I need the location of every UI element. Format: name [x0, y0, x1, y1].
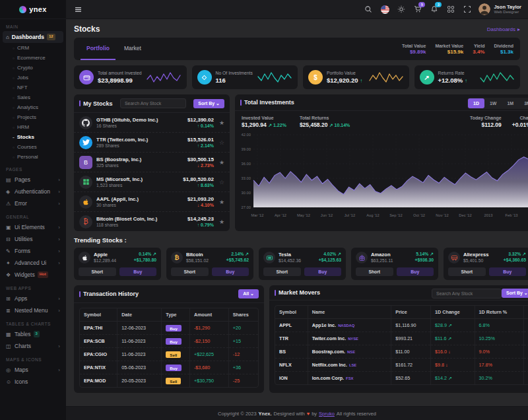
column-header[interactable]: Date	[117, 308, 162, 322]
table-row[interactable]: ION Ion.com Corp.FSX $52.65 $14.2 ↗ 30.2…	[275, 372, 528, 385]
range-button[interactable]: 1D	[468, 98, 484, 108]
sidebar-subitem[interactable]: ○ Personal	[0, 152, 66, 162]
column-header[interactable]: Symbol	[80, 308, 117, 322]
user-menu[interactable]: Json Taylor Web Designer	[478, 3, 521, 15]
sidebar-subitem[interactable]: – Stocks	[0, 132, 66, 142]
menu-toggle-icon[interactable]	[73, 4, 83, 15]
table-row[interactable]: EPA:MOD 20-05-2023 Sell +$30,750 -25	[80, 374, 258, 388]
short-button[interactable]: Short	[263, 267, 301, 276]
sidebar-item[interactable]: ◈ Authentication ›	[0, 186, 66, 197]
favorite-star-icon[interactable]: ★	[219, 120, 224, 126]
stock-list-item[interactable]: B ₿ Bitcoin (Bioset Coin, Inc.) 118 shar…	[74, 212, 230, 231]
column-header[interactable]: Type	[162, 308, 190, 322]
stock-list-item[interactable]: B ₿ TTR (Twiter.com, Inc.) 289 Shares	[74, 133, 230, 153]
favorite-star-icon[interactable]: ☆	[219, 179, 224, 186]
search-icon[interactable]	[363, 4, 374, 15]
stock-list-item[interactable]: B ₿ BS (Boostrap, Inc.) 325 shares	[74, 153, 230, 172]
column-header[interactable]: Name	[308, 306, 391, 319]
breadcrumb[interactable]: Dashboards ▸	[487, 26, 520, 32]
sidebar-subitem[interactable]: ○ Courses	[0, 142, 66, 152]
buy-button[interactable]: Buy	[489, 267, 527, 276]
spruko-link[interactable]: Spruko	[319, 411, 335, 417]
sort-by-button[interactable]: Sort By ⌄	[193, 99, 224, 108]
table-row[interactable]: EPA:CGIO 11-06-2023 Sell +$22,625 -12	[80, 348, 258, 361]
column-header[interactable]: 1D Change	[431, 306, 475, 319]
stock-list-item[interactable]: B ₿ GTHB (Gituhb, Demo Inc.) 16 Shares	[74, 113, 230, 133]
table-row[interactable]: TTR Twiter.com Inc.NYSE $993.21 $11.6 ↗ …	[275, 332, 528, 345]
table-row[interactable]: EPA:THI 12-06-2023 Buy -$1,290 +20	[80, 322, 258, 335]
bullet-icon: ○	[13, 155, 15, 159]
buy-button[interactable]: Buy	[304, 267, 342, 276]
favorite-star-icon[interactable]: ★	[219, 199, 224, 205]
tab[interactable]: Market	[118, 38, 147, 60]
sidebar-item[interactable]: ❖ Widgets Hot	[0, 269, 66, 281]
my-stocks-search-input[interactable]	[120, 98, 186, 108]
sidebar-item[interactable]: ⚠ Error ›	[0, 197, 66, 209]
sidebar-subitem[interactable]: ○ Crypto	[0, 63, 66, 73]
favorite-star-icon[interactable]: ★	[219, 219, 224, 225]
column-header[interactable]: Shares	[228, 308, 258, 322]
range-button[interactable]: 1W	[484, 98, 502, 108]
sidebar-subitem[interactable]: ○ CRM	[0, 43, 66, 53]
range-button[interactable]: 3M	[519, 98, 528, 108]
tab[interactable]: Portfolio	[81, 38, 116, 60]
market-movers-search-input[interactable]	[432, 289, 502, 298]
filter-all-button[interactable]: All ⌄	[238, 289, 259, 298]
language-flag-icon[interactable]	[380, 4, 390, 15]
sidebar-subitem[interactable]: ○ Jobs	[0, 73, 66, 83]
table-row[interactable]: EPA:SCB 11-06-2023 Buy -$2,150 +15	[80, 335, 258, 348]
short-button[interactable]: Short	[448, 267, 486, 276]
stock-shares: 289 Shares	[96, 143, 183, 148]
sidebar-item[interactable]: ✎ Forms ›	[0, 245, 66, 257]
sidebar-item[interactable]: ▦ Tables 3	[0, 328, 66, 340]
buy-button[interactable]: Buy	[397, 267, 434, 276]
sidebar-subitem[interactable]: ○ NFT	[0, 83, 66, 92]
short-button[interactable]: Short	[79, 267, 116, 276]
column-header[interactable]: Volume	[524, 306, 528, 319]
table-row[interactable]: APPL App1e Inc.NASDAQ $1,116.90 $28.9 ↗ …	[275, 319, 528, 332]
sidebar-subitem[interactable]: ○ Ecommerce	[0, 53, 66, 63]
column-header[interactable]: Price	[391, 306, 431, 319]
favorite-star-icon[interactable]: ☆	[219, 139, 224, 146]
buy-button[interactable]: Buy	[119, 267, 157, 276]
table-row[interactable]: EPA:NTIX 05-06-2023 Buy -$3,680 +36	[80, 361, 258, 374]
table-row[interactable]: BS Boostrap.com.NSE $11.00 $16.0 ↓ 9.0% …	[275, 345, 528, 359]
total-investments-chart[interactable]: 42.0039.0036.0033.0030.0027.00Mar '12Apr…	[235, 131, 528, 223]
sidebar-item[interactable]: ☺ Icons	[0, 376, 66, 388]
sidebar-subitem[interactable]: ○ Projects	[0, 112, 66, 122]
table-header-row: SymbolNamePrice1D Change1D Return %Volum…	[275, 306, 528, 319]
sidebar-item[interactable]: ≣ Nested Menu ›	[0, 304, 66, 316]
table-row[interactable]: NFLX Netflix.com Inc.LSE $161.72 $9.8 ↓ …	[275, 359, 528, 372]
sidebar-subitem[interactable]: ○ HRM	[0, 122, 66, 132]
apps-grid-icon[interactable]	[446, 4, 456, 15]
sidebar-item-dashboards[interactable]: ⌂ Dashboards 12	[3, 31, 63, 43]
column-header[interactable]: 1D Return %	[475, 306, 524, 319]
sidebar-item[interactable]: ◫ Charts ›	[0, 340, 66, 352]
notifications-bell-icon[interactable]: 3	[429, 4, 440, 15]
brand-logo[interactable]: ynex	[0, 0, 66, 19]
sidebar-subitem[interactable]: ○ Analytics	[0, 102, 66, 112]
sidebar-subitem[interactable]: ○ Sales	[0, 92, 66, 102]
market-movers-title: Market Movers	[275, 289, 320, 296]
range-button[interactable]: 1M	[502, 98, 519, 108]
sidebar-item[interactable]: ⊟ Utilities ›	[0, 233, 66, 245]
short-button[interactable]: Short	[356, 267, 393, 276]
sidebar-item[interactable]: ⊞ Apps ›	[0, 293, 66, 304]
trending-stock-pct: 3.32% ↗	[504, 252, 526, 257]
cart-icon[interactable]: 5	[412, 4, 423, 15]
column-header[interactable]: Symbol	[275, 306, 308, 319]
sidebar-item[interactable]: ◎ Maps ›	[0, 364, 66, 376]
breadcrumb-label[interactable]: Dashboards	[487, 26, 515, 32]
sidebar-item[interactable]: ✦ Advanced Ui ›	[0, 257, 66, 269]
stock-list-item[interactable]: B ₿ MS (Micorsoft, Inc.) 1,523 shares	[74, 172, 230, 192]
sidebar-item[interactable]: ▤ Pages ›	[0, 174, 66, 186]
stock-list-item[interactable]: B ₿ AAPL (Appil, Inc.) 30 shares	[74, 192, 230, 212]
theme-toggle-icon[interactable]	[396, 4, 407, 15]
sidebar-item[interactable]: ▣ Ui Elements ›	[0, 221, 66, 233]
favorite-star-icon[interactable]: ★	[219, 159, 224, 166]
short-button[interactable]: Short	[171, 267, 209, 276]
column-header[interactable]: Amount	[189, 308, 228, 322]
fullscreen-icon[interactable]	[462, 4, 473, 15]
sort-by-button[interactable]: Sort By ⌄	[502, 289, 528, 298]
buy-button[interactable]: Buy	[212, 267, 249, 276]
